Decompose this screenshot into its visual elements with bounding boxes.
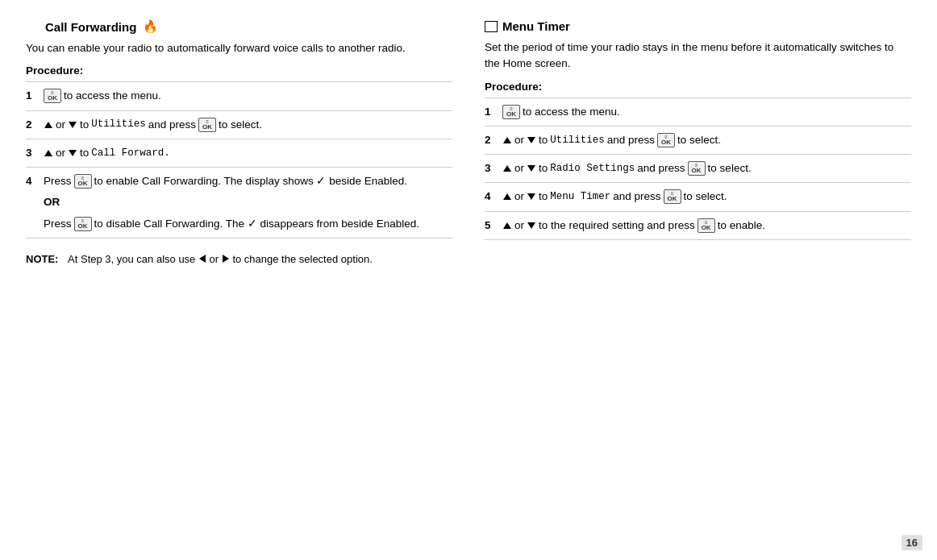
step-content: or to Utilities and press ≡ OK to select… [502, 132, 911, 148]
step-4-line2: Press ≡ OK to disable Call Forwarding. T… [44, 216, 419, 232]
ok-button-icon: ≡ OK [502, 105, 520, 119]
and-press-text: and press [607, 132, 655, 148]
to-text: to [80, 117, 89, 133]
left-step-3: 3 or to Call Forward. [26, 139, 452, 168]
arrow-left-icon [199, 255, 206, 263]
to-text: to [80, 145, 89, 161]
step-text: to access the menu. [64, 88, 161, 104]
press-text2: Press [44, 216, 72, 232]
menu-item: Utilities [550, 133, 605, 148]
disable-text: to disable Call Forwarding. The ✓ disapp… [94, 216, 419, 232]
menu-item: Menu Timer [550, 189, 610, 205]
or-text: or [514, 218, 524, 234]
right-section-title: Menu Timer [485, 19, 911, 33]
right-procedure-label: Procedure: [485, 81, 911, 93]
arrow-down-icon [527, 165, 535, 172]
step-number: 1 [485, 104, 498, 120]
right-title: Menu Timer [502, 19, 570, 33]
menu-item: Radio Settings [550, 161, 635, 176]
step-4-line1: Press ≡ OK to enable Call Forwarding. Th… [44, 173, 407, 189]
step-text: to access the menu. [523, 104, 620, 120]
arrow-down-icon [527, 193, 535, 200]
step-content: ≡ OK to access the menu. [44, 88, 452, 104]
left-column: Call Forwarding 🔥 You can enable your ra… [26, 19, 452, 544]
right-column: Menu Timer Set the period of time your r… [485, 19, 911, 544]
and-press-text: and press [613, 189, 660, 205]
to-select-text: to select. [677, 132, 721, 148]
to-select-text: to select. [708, 160, 752, 176]
right-step-5: 5 or to the required setting and press ≡… [485, 212, 911, 240]
section-icon-box [485, 21, 498, 32]
ok-button-icon: ≡ OK [44, 89, 61, 103]
ok-button-icon: ≡ OK [698, 218, 715, 233]
press-text: Press [44, 173, 72, 189]
arrow-up-icon [44, 122, 52, 128]
left-step-2: 2 or to Utilities and press ≡ OK to sele… [26, 111, 452, 139]
or-text: or [514, 132, 524, 148]
arrow-down-icon [69, 150, 77, 156]
step-number: 4 [485, 189, 498, 205]
note-label: NOTE: [26, 253, 58, 265]
or-text: or [514, 160, 524, 176]
step-content: or to the required setting and press ≡ O… [502, 218, 911, 234]
right-steps: 1 ≡ OK to access the menu. 2 or to [485, 97, 911, 240]
step-content: or to Utilities and press ≡ OK to select… [44, 117, 452, 133]
flame-icon: 🔥 [143, 19, 158, 34]
arrow-up-icon [503, 222, 511, 229]
menu-item: Call Forward. [91, 146, 170, 161]
right-step-2: 2 or to Utilities and press ≡ OK to sele… [485, 127, 911, 155]
ok-button-icon: ≡ OK [74, 217, 92, 231]
page-content: Call Forwarding 🔥 You can enable your ra… [0, 0, 937, 560]
step-number: 2 [26, 117, 39, 133]
left-step-4: 4 Press ≡ OK to enable Call Forwarding. … [26, 168, 452, 239]
right-step-4: 4 or to Menu Timer and press ≡ OK to sel… [485, 183, 911, 211]
ok-button-icon: ≡ OK [657, 133, 675, 147]
arrow-down-icon [69, 122, 77, 128]
step-number: 5 [485, 218, 498, 234]
right-description: Set the period of time your radio stays … [485, 39, 911, 73]
and-press-text: and press [637, 160, 685, 176]
arrow-down-icon [527, 222, 535, 229]
enable-text: to enable Call Forwarding. The display s… [94, 173, 407, 189]
left-description: You can enable your radio to automatical… [26, 40, 452, 56]
note-content: At Step 3, you can also use or to change… [68, 253, 373, 265]
arrow-down-icon [527, 137, 535, 143]
arrow-up-icon [44, 150, 52, 156]
step-number: 3 [485, 160, 498, 176]
ok-button-icon: ≡ OK [688, 161, 706, 176]
or-text: or [514, 189, 524, 205]
to-text: to [539, 189, 548, 205]
arrow-up-icon [503, 193, 511, 200]
step-number: 4 [26, 173, 39, 189]
left-procedure-label: Procedure: [26, 64, 452, 77]
arrow-up-icon [503, 165, 511, 172]
step-content: or to Call Forward. [44, 145, 452, 161]
left-section-title: Call Forwarding 🔥 [26, 19, 452, 34]
step-content: Press ≡ OK to enable Call Forwarding. Th… [44, 173, 452, 232]
to-required-text: to the required setting and press [539, 218, 695, 234]
or-label: OR [44, 194, 60, 210]
left-step-1: 1 ≡ OK to access the menu. [26, 82, 452, 110]
note-section: NOTE: At Step 3, you can also use or to … [26, 251, 452, 268]
to-text: to [539, 132, 548, 148]
to-text: to [539, 160, 548, 176]
ok-button-icon: ≡ OK [198, 118, 216, 132]
arrow-up-icon [503, 137, 511, 143]
right-step-3: 3 or to Radio Settings and press ≡ OK to… [485, 155, 911, 183]
and-press-text: and press [148, 117, 196, 133]
arrow-right-icon [223, 255, 229, 263]
step-content: or to Menu Timer and press ≡ OK to selec… [502, 189, 911, 205]
to-select-text: to select. [684, 189, 727, 205]
or-text: or [56, 117, 65, 133]
left-title: Call Forwarding [45, 20, 136, 34]
to-enable-text: to enable. [718, 218, 765, 234]
step-content: ≡ OK to access the menu. [502, 104, 911, 120]
section-icon-box [26, 19, 40, 34]
page-number: 16 [902, 535, 922, 550]
step-number: 1 [26, 88, 39, 104]
left-steps: 1 ≡ OK to access the menu. 2 or to [26, 81, 452, 239]
menu-item: Utilities [91, 117, 146, 132]
ok-button-icon: ≡ OK [664, 189, 681, 204]
step-content: or to Radio Settings and press ≡ OK to s… [502, 160, 911, 176]
or-text: or [56, 145, 65, 161]
